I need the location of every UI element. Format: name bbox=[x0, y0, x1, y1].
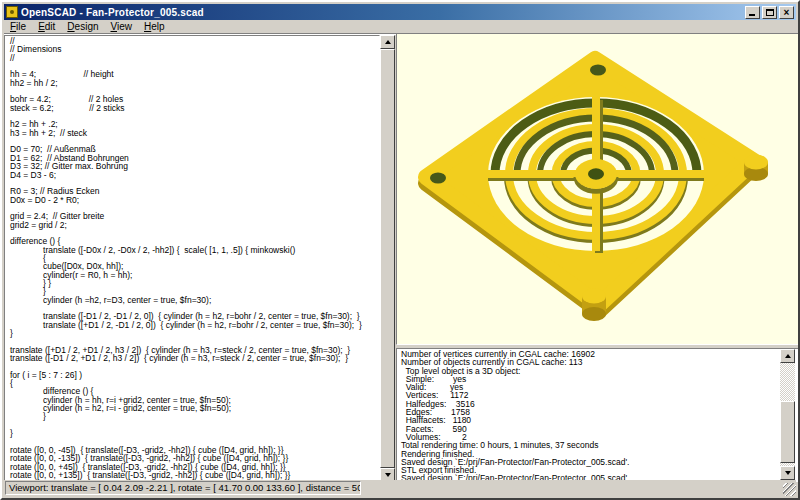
title-bar[interactable]: OpenSCAD - Fan-Protector_005.scad × bbox=[4, 4, 796, 20]
text-line: rotate ([0, 0, +135]) { translate([-D3, … bbox=[10, 471, 379, 479]
text-line: cylinder (h = h2, r=i - grid2, center = … bbox=[10, 404, 379, 412]
close-button[interactable]: × bbox=[779, 6, 794, 19]
text-line: D3 = 32; // Gitter max. Bohrung bbox=[10, 162, 379, 170]
peg-bottom bbox=[582, 289, 606, 322]
editor-scrollbar[interactable] bbox=[380, 35, 395, 482]
text-line: D0x = D0 - 2 * R0; bbox=[10, 196, 379, 204]
editor-scrollbar-thumb[interactable] bbox=[380, 49, 395, 468]
scroll-up-icon[interactable] bbox=[380, 35, 395, 49]
minimize-icon bbox=[749, 14, 755, 16]
code-editor[interactable]: //// Dimensions// hh = 4; // heighthh2 =… bbox=[4, 35, 380, 482]
text-line: } } bbox=[10, 279, 379, 287]
peg-right bbox=[744, 155, 768, 182]
console-scroll-down-icon[interactable] bbox=[780, 466, 795, 480]
spoke-bottom bbox=[592, 188, 600, 251]
console-output[interactable]: Number of vertices currently in CGAL cac… bbox=[396, 348, 800, 482]
menu-view[interactable]: View bbox=[105, 20, 139, 33]
close-icon: × bbox=[784, 7, 790, 18]
text-line: } bbox=[10, 429, 379, 437]
menu-help[interactable]: Help bbox=[138, 20, 171, 33]
window-title: OpenSCAD - Fan-Protector_005.scad bbox=[21, 7, 745, 18]
text-line: cylinder(r = R0, h = hh); bbox=[10, 271, 379, 279]
text-line: // bbox=[10, 54, 379, 62]
text-line bbox=[10, 421, 379, 429]
text-line: for ( i = [5 : 7 : 26] ) bbox=[10, 371, 379, 379]
console-scrollbar[interactable] bbox=[780, 349, 795, 480]
text-line bbox=[10, 112, 379, 120]
text-line: } bbox=[10, 329, 379, 337]
text-line: // bbox=[10, 37, 379, 45]
text-line: grid2 = grid / 2; bbox=[10, 221, 379, 229]
spoke-top bbox=[592, 97, 600, 160]
text-line: hh2 = hh / 2; bbox=[10, 79, 379, 87]
viewport-3d[interactable] bbox=[396, 33, 800, 345]
app-icon bbox=[6, 6, 18, 18]
spoke-left bbox=[488, 170, 576, 178]
hub-hole bbox=[588, 168, 604, 179]
text-line: hh = 4; // height bbox=[10, 70, 379, 78]
text-line: translate ([-D0x / 2, -D0x / 2, -hh2]) {… bbox=[10, 246, 379, 254]
text-line: translate ([+D1 / 2, -D1 / 2, 0]) { cyli… bbox=[10, 321, 379, 329]
menu-file[interactable]: File bbox=[4, 20, 32, 33]
minimize-button[interactable] bbox=[745, 6, 760, 19]
text-line: D4 = D3 - 6; bbox=[10, 171, 379, 179]
openscad-window: OpenSCAD - Fan-Protector_005.scad × File… bbox=[0, 0, 800, 500]
corner-hole-top bbox=[590, 65, 606, 76]
fan-protector-render bbox=[397, 34, 799, 344]
text-line: // Dimensions bbox=[10, 45, 379, 53]
console-scroll-up-icon[interactable] bbox=[780, 349, 795, 363]
status-bar: Viewport: translate = [ 0.04 2.09 -2.21 … bbox=[4, 480, 796, 496]
menu-design[interactable]: Design bbox=[61, 20, 104, 33]
text-line bbox=[10, 229, 379, 237]
maximize-icon bbox=[766, 9, 774, 16]
maximize-button[interactable] bbox=[762, 6, 777, 19]
menu-edit[interactable]: Edit bbox=[32, 20, 61, 33]
text-line: } bbox=[10, 412, 379, 420]
spoke-right bbox=[616, 170, 704, 178]
text-line: translate ([-D1 / 2, +D1 / 2, h3 / 2]) {… bbox=[10, 354, 379, 362]
corner-hole-left bbox=[430, 173, 446, 184]
viewport-status-text: Viewport: translate = [ 0.04 2.09 -2.21 … bbox=[5, 481, 361, 495]
resize-grip[interactable] bbox=[783, 483, 796, 496]
text-line: h3 = hh + 2; // steck bbox=[10, 129, 379, 137]
menu-bar: File Edit Design View Help bbox=[4, 20, 796, 34]
text-line: steck = 6.2; // 2 sticks bbox=[10, 104, 379, 112]
text-line: cylinder (h =h2, r=D3, center = true, $f… bbox=[10, 296, 379, 304]
console-scrollbar-thumb[interactable] bbox=[780, 401, 795, 463]
